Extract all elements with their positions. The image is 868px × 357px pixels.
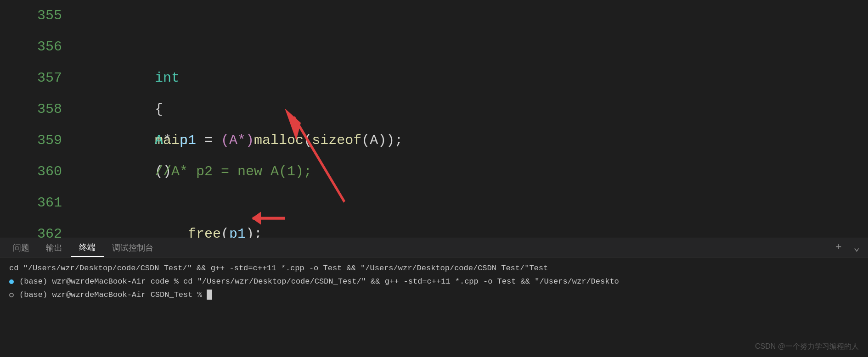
terminal-line-1: cd "/Users/wzr/Desktop/code/CSDN_Test/" … <box>9 262 859 275</box>
code-line-355: 355 <box>0 0 868 31</box>
terminal-line-3: (base) wzr@wzrdeMacBook-Air CSDN_Test % <box>9 289 859 302</box>
add-terminal-button[interactable]: + <box>832 240 845 255</box>
code-line-362: 362 //delete p2; <box>0 218 868 238</box>
terminal-text-2: (base) wzr@wzrdeMacBook-Air code % cd "/… <box>19 275 619 289</box>
watermark: CSDN @一个努力学习编程的人 <box>755 342 859 351</box>
tab-debug-label: 调试控制台 <box>112 242 153 253</box>
code-line-360: 360 <box>0 156 868 187</box>
line-number-357: 357 <box>0 62 71 94</box>
terminal-dot-circle <box>9 293 14 297</box>
line-number-356: 356 <box>0 31 71 62</box>
code-line-359: 359 //A* p2 = new A(1); <box>0 125 868 156</box>
tab-problems-label: 问题 <box>13 242 29 253</box>
tab-debug-console[interactable]: 调试控制台 <box>104 238 162 257</box>
tab-terminal[interactable]: 终端 <box>71 238 104 257</box>
terminal-panel: 问题 输出 终端 调试控制台 + ⌄ cd "/Users/wzr/Deskto… <box>0 238 868 357</box>
terminal-content: cd "/Users/wzr/Desktop/code/CSDN_Test/" … <box>0 257 868 357</box>
tab-problems[interactable]: 问题 <box>5 238 38 257</box>
line-number-361: 361 <box>0 187 71 218</box>
code-line-357: 357 { <box>0 62 868 94</box>
tab-output[interactable]: 输出 <box>38 238 71 257</box>
terminal-dot-blue <box>9 279 14 284</box>
code-line-361: 361 free(p1); <box>0 187 868 218</box>
line-content-362: //delete p2; <box>75 218 868 238</box>
terminal-text-1: cd "/Users/wzr/Desktop/code/CSDN_Test/" … <box>9 262 548 275</box>
terminal-tabs: 问题 输出 终端 调试控制台 + ⌄ <box>0 238 868 257</box>
line-number-360: 360 <box>0 156 71 187</box>
tab-output-label: 输出 <box>46 242 62 253</box>
code-line-356: 356 int main () <box>0 31 868 62</box>
code-line-358: 358 A* p1 = (A*)malloc(sizeof(A)); <box>0 94 868 125</box>
code-container: 355 356 int main () 357 { 358 <box>0 0 868 238</box>
tab-terminal-label: 终端 <box>79 242 96 253</box>
split-terminal-button[interactable]: ⌄ <box>850 240 863 256</box>
line-number-358: 358 <box>0 94 71 125</box>
terminal-tab-actions: + ⌄ <box>832 240 863 256</box>
line-number-362: 362 <box>0 218 71 238</box>
editor-area: 355 356 int main () 357 { 358 <box>0 0 868 238</box>
terminal-text-3: (base) wzr@wzrdeMacBook-Air CSDN_Test % <box>19 289 212 302</box>
terminal-line-2: (base) wzr@wzrdeMacBook-Air code % cd "/… <box>9 275 859 289</box>
line-number-359: 359 <box>0 125 71 156</box>
line-number-355: 355 <box>0 0 71 31</box>
